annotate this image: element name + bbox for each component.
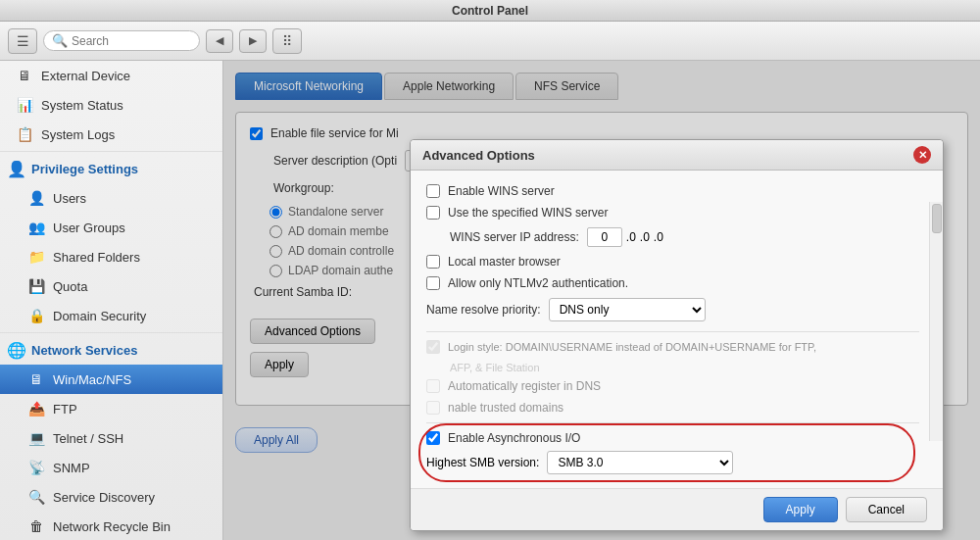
login-style-row: Login style: DOMAIN\USERNAME instead of … xyxy=(426,340,919,354)
forward-icon: ▶ xyxy=(249,34,257,47)
modal-title: Advanced Options xyxy=(422,148,535,163)
system-logs-icon: 📋 xyxy=(16,125,33,143)
toolbar: ☰ 🔍 ◀ ▶ ⠿ xyxy=(0,22,980,61)
modal-divider-1 xyxy=(426,331,919,332)
highest-smb-select[interactable]: SMB 3.0 SMB 2.1 SMB 2.0 SMB 1.0 xyxy=(547,451,733,474)
sidebar-item-system-status[interactable]: 📊 System Status xyxy=(0,90,222,120)
sidebar: 🖥 External Device 📊 System Status 📋 Syst… xyxy=(0,61,223,540)
local-master-browser-checkbox[interactable] xyxy=(426,255,440,269)
wins-ip-1[interactable] xyxy=(587,227,622,247)
allow-ntlmv2-row: Allow only NTLMv2 authentication. xyxy=(426,276,919,290)
name-resolve-select[interactable]: DNS only WINS first LMHOSTS Host xyxy=(549,298,706,321)
users-icon: 👤 xyxy=(27,189,45,207)
name-resolve-row: Name resolve priority: DNS only WINS fir… xyxy=(426,298,919,321)
ftp-icon: 📤 xyxy=(27,400,45,417)
title-bar: Control Panel xyxy=(0,0,980,22)
sidebar-item-domain-security[interactable]: 🔒 Domain Security xyxy=(0,301,222,330)
forward-button[interactable]: ▶ xyxy=(239,29,267,53)
modal-body: Enable WINS server Use the specified WIN… xyxy=(411,171,943,488)
enable-wins-row: Enable WINS server xyxy=(426,184,919,198)
modal-cancel-button[interactable]: Cancel xyxy=(846,497,927,522)
user-groups-icon: 👥 xyxy=(27,219,45,236)
toggle-icon: ☰ xyxy=(17,33,29,49)
modal-scrollbar[interactable] xyxy=(929,202,943,441)
sidebar-item-quota[interactable]: 💾 Quota xyxy=(0,271,222,301)
domain-security-icon: 🔒 xyxy=(27,307,45,324)
trusted-domains-checkbox xyxy=(426,401,440,415)
network-icon: 🌐 xyxy=(8,341,25,359)
sidebar-item-win-mac-nfs[interactable]: 🖥 Win/Mac/NFS xyxy=(0,365,222,394)
search-box: 🔍 xyxy=(43,30,200,51)
wins-ip-dot-2: .0 xyxy=(640,230,650,244)
highest-smb-label: Highest SMB version: xyxy=(426,456,539,469)
wins-ip-row: WINS server IP address: .0 .0 .0 xyxy=(450,227,919,247)
modal-divider-2 xyxy=(426,422,919,423)
network-recycle-bin-icon: 🗑 xyxy=(27,517,45,535)
content-area: Microsoft Networking Apple Networking NF… xyxy=(223,61,980,540)
sidebar-item-snmp[interactable]: 📡 SNMP xyxy=(0,453,222,482)
login-style-checkbox xyxy=(426,340,440,354)
win-mac-nfs-icon: 🖥 xyxy=(27,370,45,388)
title-bar-text: Control Panel xyxy=(452,4,528,18)
modal-scrollbar-thumb xyxy=(932,204,942,233)
sidebar-item-service-discovery[interactable]: 🔍 Service Discovery xyxy=(0,482,222,512)
back-icon: ◀ xyxy=(216,34,223,47)
telnet-ssh-icon: 💻 xyxy=(27,429,45,447)
highlighted-section: Enable Asynchronous I/O Highest SMB vers… xyxy=(426,431,919,474)
auto-register-row: Automatically register in DNS xyxy=(426,379,919,393)
external-device-icon: 🖥 xyxy=(16,67,33,84)
sidebar-section-network[interactable]: 🌐 Network Services xyxy=(0,335,222,365)
enable-wins-checkbox[interactable] xyxy=(426,184,440,198)
sidebar-item-user-groups[interactable]: 👥 User Groups xyxy=(0,213,222,242)
advanced-options-modal: Advanced Options ✕ Enable WINS server Us… xyxy=(410,139,944,531)
modal-apply-button[interactable]: Apply xyxy=(763,497,838,522)
wins-ip-label: WINS server IP address: xyxy=(450,230,579,244)
enable-async-io-row: Enable Asynchronous I/O xyxy=(426,431,919,445)
grid-icon: ⠿ xyxy=(282,33,292,49)
use-specified-wins-row: Use the specified WINS server xyxy=(426,206,919,220)
sidebar-section-privilege[interactable]: 👤 Privilege Settings xyxy=(0,154,222,183)
sidebar-toggle-button[interactable]: ☰ xyxy=(8,28,37,54)
sidebar-divider-1 xyxy=(0,151,222,152)
shared-folders-icon: 📁 xyxy=(27,248,45,266)
search-input[interactable] xyxy=(72,34,179,48)
main-layout: 🖥 External Device 📊 System Status 📋 Syst… xyxy=(0,61,980,540)
system-status-icon: 📊 xyxy=(16,96,33,114)
modal-title-bar: Advanced Options ✕ xyxy=(411,140,943,171)
snmp-icon: 📡 xyxy=(27,459,45,476)
greyed-section: Login style: DOMAIN\USERNAME instead of … xyxy=(426,340,919,415)
use-specified-wins-checkbox[interactable] xyxy=(426,206,440,220)
wins-ip-dot-1: .0 xyxy=(626,230,636,244)
sidebar-item-users[interactable]: 👤 Users xyxy=(0,183,222,213)
quota-icon: 💾 xyxy=(27,277,45,295)
trusted-domains-row: nable trusted domains xyxy=(426,401,919,415)
back-button[interactable]: ◀ xyxy=(206,29,233,53)
name-resolve-label: Name resolve priority: xyxy=(426,303,541,317)
allow-ntlmv2-checkbox[interactable] xyxy=(426,276,440,290)
sidebar-item-network-recycle-bin[interactable]: 🗑 Network Recycle Bin xyxy=(0,512,222,540)
highest-smb-row: Highest SMB version: SMB 3.0 SMB 2.1 SMB… xyxy=(426,451,919,474)
grid-view-button[interactable]: ⠿ xyxy=(272,28,302,54)
privilege-icon: 👤 xyxy=(8,160,25,177)
local-master-browser-row: Local master browser xyxy=(426,255,919,269)
sidebar-item-telnet-ssh[interactable]: 💻 Telnet / SSH xyxy=(0,423,222,453)
login-style-sub: AFP, & File Station xyxy=(426,362,919,373)
auto-register-checkbox xyxy=(426,379,440,393)
enable-async-io-checkbox[interactable] xyxy=(426,431,440,445)
modal-close-button[interactable]: ✕ xyxy=(913,146,931,164)
wins-ip-dot-3: .0 xyxy=(654,230,663,244)
sidebar-item-shared-folders[interactable]: 📁 Shared Folders xyxy=(0,242,222,271)
sidebar-item-system-logs[interactable]: 📋 System Logs xyxy=(0,120,222,149)
modal-footer: Apply Cancel xyxy=(411,488,943,530)
sidebar-divider-2 xyxy=(0,332,222,333)
service-discovery-icon: 🔍 xyxy=(27,488,45,506)
search-icon: 🔍 xyxy=(52,33,68,48)
sidebar-item-external-device[interactable]: 🖥 External Device xyxy=(0,61,222,90)
sidebar-item-ftp[interactable]: 📤 FTP xyxy=(0,394,222,423)
